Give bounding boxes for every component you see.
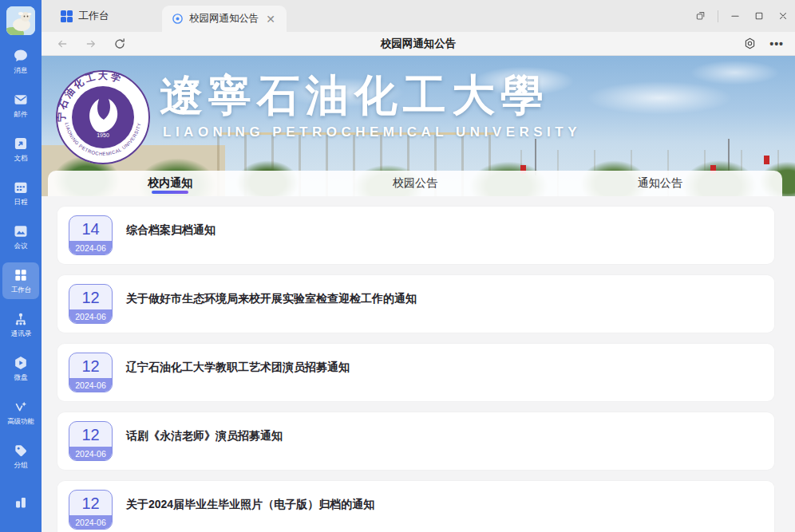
date-month: 2024-06 — [69, 241, 112, 254]
maximize-icon — [753, 10, 765, 22]
mail-icon — [13, 92, 29, 108]
meeting-icon — [13, 223, 29, 239]
popout-window-button[interactable] — [689, 0, 713, 32]
page-toolbar: 校园网通知公告 ••• — [42, 32, 795, 56]
close-icon — [777, 10, 789, 22]
date-badge: 12 2024-06 — [69, 490, 113, 530]
red-flag — [764, 156, 769, 164]
date-month: 2024-06 — [69, 447, 112, 460]
notice-item[interactable]: 12 2024-06 辽宁石油化工大学教职工艺术团演员招募通知 — [57, 344, 774, 401]
sidebar-item-label: 高级功能 — [7, 416, 34, 426]
refresh-button[interactable] — [110, 34, 129, 53]
page-tab-label: 校园网通知公告 — [189, 12, 259, 26]
minimize-button[interactable] — [723, 0, 747, 32]
sidebar-item-contacts[interactable]: 通讯录 — [2, 306, 39, 343]
sheep-avatar-image — [6, 6, 35, 35]
sidebar-item-docs[interactable]: 文档 — [2, 131, 39, 167]
date-badge: 12 2024-06 — [69, 353, 113, 392]
notice-list: 14 2024-06 综合档案归档通知 12 2024-06 关于做好市生态环境… — [42, 196, 795, 532]
window-controls — [689, 0, 795, 32]
bar-chart-icon — [12, 494, 30, 511]
sidebar-item-label: 会议 — [14, 241, 27, 250]
workbench-tab-label: 工作台 — [78, 9, 109, 23]
sidebar-item-label: 通讯录 — [10, 329, 31, 338]
tag-icon — [13, 443, 29, 459]
sidebar-item-stats[interactable] — [2, 484, 39, 521]
page-tab-icon — [172, 13, 184, 25]
date-month: 2024-06 — [69, 378, 112, 392]
date-day: 12 — [69, 353, 112, 378]
sidebar-item-label: 工作台 — [10, 285, 31, 294]
controls-divider — [718, 10, 718, 22]
chat-bubble-icon — [13, 48, 29, 64]
back-button[interactable] — [53, 34, 72, 53]
tab-close-icon[interactable]: ✕ — [263, 12, 279, 26]
date-day: 14 — [69, 216, 112, 241]
notice-title: 综合档案归档通知 — [126, 223, 216, 238]
popout-icon — [695, 10, 706, 22]
university-logo: 辽宁石油化工大学 LIAONING PETROCHEMICAL UNIVERSI… — [54, 69, 152, 166]
university-name-cn: 遼寧石油化工大學 — [160, 67, 549, 125]
document-icon — [13, 136, 29, 152]
sidebar-item-label: 邮件 — [14, 109, 27, 119]
campus-banner: 辽宁石油化工大学 LIAONING PETROCHEMICAL UNIVERSI… — [42, 56, 795, 196]
back-arrow-icon — [56, 37, 69, 50]
more-options-button[interactable]: ••• — [769, 37, 784, 50]
tab-campus-internal-notice[interactable]: 校内通知 — [48, 171, 293, 196]
workbench-tab[interactable]: 工作台 — [49, 0, 121, 32]
tab-campus-announcement[interactable]: 校园公告 — [293, 171, 538, 196]
tab-label: 通知公告 — [638, 176, 682, 191]
notice-title: 关于2024届毕业生毕业照片（电子版）归档的通知 — [126, 497, 374, 512]
date-day: 12 — [69, 491, 112, 515]
page-title: 校园网通知公告 — [42, 37, 795, 51]
sidebar: 消息 邮件 文档 — [0, 0, 42, 532]
notice-item[interactable]: 12 2024-06 话剧《永洁老师》演员招募通知 — [57, 412, 774, 470]
drive-icon — [13, 355, 29, 371]
maximize-button[interactable] — [747, 0, 771, 32]
notice-item[interactable]: 12 2024-06 关于做好市生态环境局来校开展实验室检查迎检工作的通知 — [57, 275, 774, 333]
notice-item[interactable]: 14 2024-06 综合档案归档通知 — [57, 207, 774, 264]
date-day: 12 — [69, 422, 112, 447]
sidebar-item-advanced[interactable]: 高级功能 — [2, 394, 39, 431]
close-button[interactable] — [771, 0, 795, 32]
date-badge: 12 2024-06 — [69, 421, 113, 461]
sidebar-item-workbench[interactable]: 工作台 — [2, 262, 39, 299]
date-day: 12 — [69, 285, 112, 309]
tab-notice-announcement[interactable]: 通知公告 — [537, 171, 782, 196]
sidebar-item-label: 文档 — [14, 153, 27, 163]
date-month: 2024-06 — [69, 515, 112, 529]
sidebar-item-meeting[interactable]: 会议 — [2, 219, 39, 255]
notice-title: 关于做好市生态环境局来校开展实验室检查迎检工作的通知 — [126, 291, 417, 306]
sidebar-item-drive[interactable]: 微盘 — [2, 350, 39, 387]
sidebar-item-messages[interactable]: 消息 — [2, 43, 39, 80]
sidebar-item-groups[interactable]: 分组 — [2, 438, 39, 475]
sidebar-item-label: 日程 — [14, 197, 27, 207]
sidebar-item-calendar[interactable]: 日程 — [2, 175, 39, 211]
sidebar-item-label: 分组 — [14, 460, 27, 470]
contacts-org-icon — [13, 311, 29, 327]
sidebar-items: 消息 邮件 文档 — [0, 43, 42, 475]
user-avatar[interactable] — [6, 6, 35, 35]
titlebar: 工作台 校园网通知公告 ✕ — [42, 0, 795, 32]
date-badge: 12 2024-06 — [69, 284, 113, 324]
forward-button[interactable] — [81, 34, 101, 53]
logo-year: 1950 — [97, 132, 109, 138]
settings-button[interactable] — [743, 37, 757, 50]
sidebar-item-label: 微盘 — [14, 372, 27, 382]
workbench-grid-icon — [13, 267, 29, 283]
university-name-en: LIAONING PETROCHEMICAL UNIVERSITY — [163, 124, 581, 140]
date-month: 2024-06 — [69, 309, 112, 323]
notice-title: 话剧《永洁老师》演员招募通知 — [126, 428, 283, 443]
date-badge: 14 2024-06 — [69, 215, 113, 255]
sidebar-item-label: 消息 — [14, 65, 27, 75]
forward-arrow-icon — [85, 37, 97, 50]
notice-item[interactable]: 12 2024-06 关于2024届毕业生毕业照片（电子版）归档的通知 — [57, 481, 774, 532]
active-tab-underline — [152, 191, 188, 194]
sidebar-item-mail[interactable]: 邮件 — [2, 87, 39, 124]
refresh-icon — [113, 37, 126, 50]
gear-icon — [743, 37, 757, 50]
minimize-icon — [730, 10, 741, 22]
page-tab-campus-notice[interactable]: 校园网通知公告 ✕ — [162, 6, 287, 32]
calendar-icon — [13, 179, 29, 195]
app-window: 消息 邮件 文档 — [0, 0, 795, 532]
